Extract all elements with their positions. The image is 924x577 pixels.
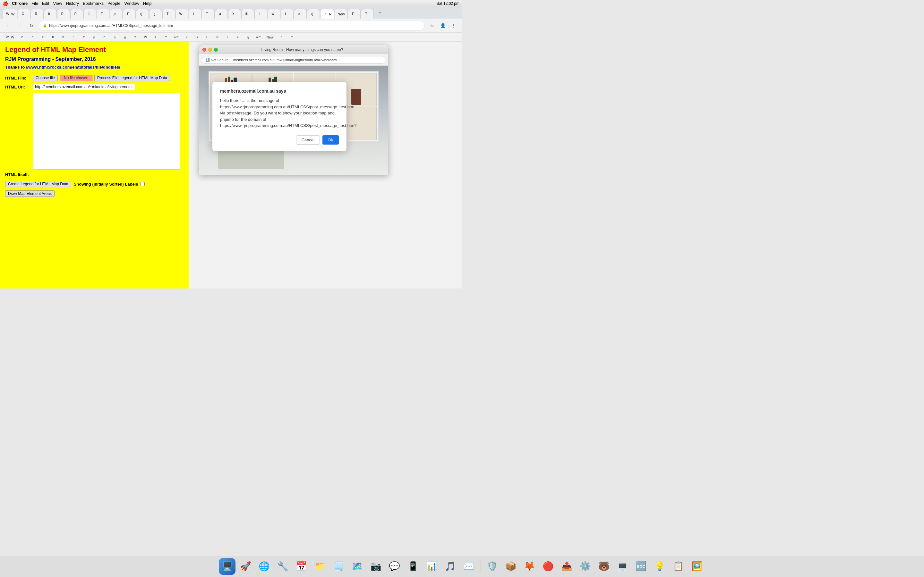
tab-w2[interactable]: W <box>176 9 188 19</box>
no-file-label: No file chosen <box>60 75 92 81</box>
tab-rj2[interactable]: rj <box>307 9 320 19</box>
html-url-input[interactable] <box>33 84 136 90</box>
thanks-link[interactable]: //www.html5rocks.com/en/tutorials/file/d… <box>26 65 120 69</box>
bookmark-w[interactable]: W W <box>3 34 17 41</box>
bookmark-g[interactable]: g <box>120 34 129 41</box>
reload-button[interactable]: ↻ <box>27 21 36 30</box>
tab-r2[interactable]: R <box>57 9 70 19</box>
bookmark-iii[interactable]: iii <box>192 34 202 41</box>
back-button[interactable]: ← <box>4 21 13 30</box>
menubar-people[interactable]: People <box>107 1 120 6</box>
alert-message: hello there! ... is the message of https… <box>220 97 339 129</box>
bookmark-rj2[interactable]: rj <box>243 34 253 41</box>
nav-bar: ← → ↻ 🔒 https://www.rjmprogramming.com.a… <box>0 19 462 33</box>
tab-x[interactable]: X <box>228 9 241 19</box>
url-bar[interactable]: 🔒 https://www.rjmprogramming.com.au/HTML… <box>39 21 425 31</box>
tab-ir[interactable]: Ir <box>44 9 57 19</box>
second-url-bar[interactable]: ℹ️ Not Secure | members.ozemail.com.au/~… <box>202 56 385 64</box>
bookmark-j[interactable]: J <box>69 34 78 41</box>
bookmark-c[interactable]: C <box>17 34 27 41</box>
forward-button[interactable]: → <box>15 21 24 30</box>
tab-e1[interactable]: E <box>97 9 110 19</box>
bookmark-ar2[interactable]: a R <box>254 34 263 41</box>
bookmark-new[interactable]: New <box>264 34 276 41</box>
menubar-chrome[interactable]: Chrome <box>12 1 27 6</box>
tab-l1[interactable]: L <box>189 9 202 19</box>
bookmark-ir[interactable]: Ir <box>38 34 47 41</box>
menu-button[interactable]: ⋮ <box>449 21 458 30</box>
tab-e3[interactable]: E <box>348 9 360 19</box>
bookmark-l3[interactable]: L <box>202 34 212 41</box>
tab-l4[interactable]: L <box>281 9 294 19</box>
tab-w[interactable]: WW <box>3 9 17 19</box>
bookmark-l4[interactable]: L <box>223 34 232 41</box>
tab-j[interactable]: J <box>83 9 96 19</box>
second-window: Living Room - How many things can you na… <box>199 45 388 175</box>
tab-c[interactable]: C <box>18 9 31 19</box>
tab-ar1[interactable]: a <box>215 9 228 19</box>
tab-t1[interactable]: T <box>162 9 175 19</box>
apple-menu[interactable]: 🍎 <box>3 1 8 6</box>
menubar-view[interactable]: View <box>53 1 62 6</box>
alert-cancel-button[interactable]: Cancel <box>296 135 320 145</box>
menubar-history[interactable]: History <box>66 1 79 6</box>
bookmark-star-button[interactable]: ☆ <box>427 21 436 30</box>
tab-active[interactable]: aR <box>320 9 334 19</box>
alert-site-name: members.ozemail.com.au says <box>220 89 339 93</box>
bookmark-e[interactable]: E <box>79 34 89 41</box>
tab-new[interactable]: New <box>334 9 347 19</box>
tab-t2[interactable]: T <box>361 9 374 19</box>
tab-w3[interactable]: w <box>268 9 280 19</box>
bookmark-ar[interactable]: a R <box>171 34 181 41</box>
bookmark-x[interactable]: X <box>182 34 191 41</box>
window-minimize-button[interactable] <box>208 48 212 52</box>
tab-rj1[interactable]: rj <box>136 9 149 19</box>
tab-l2[interactable]: T <box>202 9 215 19</box>
tab-cc[interactable]: c <box>294 9 307 19</box>
showing-label: Showing (Initially Sorted) Labels <box>74 182 138 187</box>
menubar-help[interactable]: Help <box>143 1 152 6</box>
bookmark-e2[interactable]: E <box>99 34 109 41</box>
showing-checkbox[interactable] <box>141 182 145 186</box>
browser-window: WW C R Ir R R J E je E rj g T W L T a X … <box>0 7 462 288</box>
bookmark-l1[interactable]: L <box>151 34 160 41</box>
not-secure-indicator: ℹ️ Not Secure <box>205 58 228 62</box>
bookmark-je[interactable]: je <box>89 34 99 41</box>
choose-file-button[interactable]: Choose file <box>33 75 58 81</box>
menubar-window[interactable]: Window <box>124 1 139 6</box>
bookmark-w3[interactable]: w <box>212 34 222 41</box>
tab-e2[interactable]: E <box>123 9 136 19</box>
bookmark-r2[interactable]: R <box>48 34 58 41</box>
bookmark-cc[interactable]: c <box>233 34 242 41</box>
bookmark-r3[interactable]: R <box>58 34 68 41</box>
tab-g[interactable]: g <box>149 9 162 19</box>
profile-button[interactable]: 👤 <box>438 21 447 30</box>
draw-map-button[interactable]: Draw Map Element Areas <box>5 190 55 197</box>
bookmark-t2[interactable]: T <box>287 34 296 41</box>
bookmark-e3[interactable]: E <box>276 34 286 41</box>
tab-je[interactable]: je <box>110 9 123 19</box>
bookmark-r1[interactable]: R <box>27 34 37 41</box>
info-icon: ℹ️ <box>205 58 210 62</box>
tab-iii[interactable]: iii <box>241 9 254 19</box>
bookmark-w2[interactable]: W <box>141 34 150 41</box>
menubar-file[interactable]: File <box>31 1 38 6</box>
tab-r1[interactable]: R <box>31 9 44 19</box>
tab-bar: WW C R Ir R R J E je E rj g T W L T a X … <box>0 7 462 19</box>
html-itself-textarea[interactable] <box>33 93 180 169</box>
tab-l3[interactable]: L <box>254 9 267 19</box>
window-maximize-button[interactable] <box>214 48 218 52</box>
bookmark-l2[interactable]: T <box>161 34 171 41</box>
window-close-button[interactable] <box>202 48 206 52</box>
process-file-button[interactable]: Process File Legend for HTML Map Data <box>94 75 170 81</box>
second-url-text: members.ozemail.com.au/~mkuulma/livingth… <box>233 58 340 62</box>
menubar-bookmarks[interactable]: Bookmarks <box>83 1 103 6</box>
create-legend-button[interactable]: Create Legend for HTML Map Data <box>5 181 71 187</box>
alert-ok-button[interactable]: OK <box>322 135 339 145</box>
new-tab-button[interactable]: + <box>375 8 384 17</box>
menubar-edit[interactable]: Edit <box>42 1 49 6</box>
tab-r3[interactable]: R <box>70 9 83 19</box>
menubar-time: Sat 12:02 pm <box>437 1 459 6</box>
bookmark-t[interactable]: T <box>130 34 140 41</box>
bookmark-rj[interactable]: rj <box>110 34 120 41</box>
